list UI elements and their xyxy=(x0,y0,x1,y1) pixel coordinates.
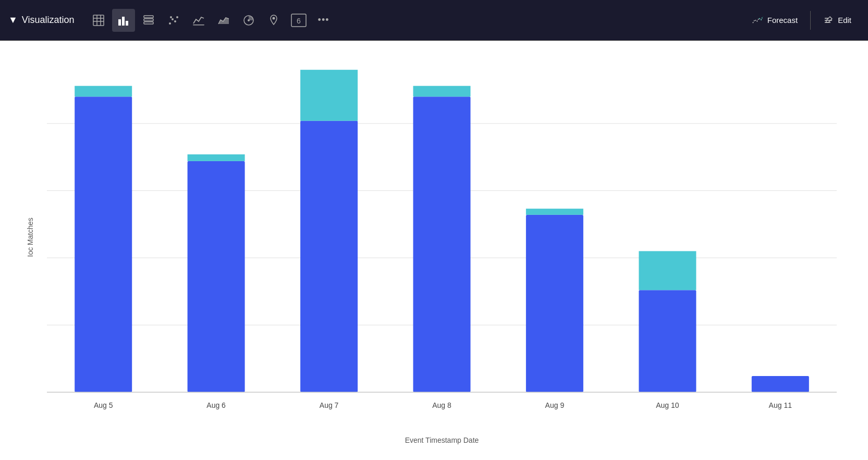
chart-container: Ioc Matches Event Timestamp Date 02,5005… xyxy=(47,56,837,418)
svg-rect-7 xyxy=(126,21,128,26)
pie-icon xyxy=(242,14,255,27)
bar-chart-view-button[interactable] xyxy=(112,9,135,32)
svg-text:Aug 10: Aug 10 xyxy=(656,401,679,409)
svg-rect-35 xyxy=(75,96,132,392)
edit-button[interactable]: Edit xyxy=(815,11,860,30)
toolbar-divider-2 xyxy=(810,11,811,30)
pie-view-button[interactable] xyxy=(237,9,260,32)
chart-area: Ioc Matches Event Timestamp Date 02,5005… xyxy=(0,41,868,460)
svg-rect-51 xyxy=(639,251,696,290)
scatter-view-button[interactable] xyxy=(162,9,185,32)
svg-point-11 xyxy=(169,22,171,25)
table-icon xyxy=(92,14,105,27)
forecast-icon xyxy=(752,15,763,26)
visualization-title-btn[interactable]: ▼ Visualization xyxy=(8,15,85,26)
ellipsis-icon: ••• xyxy=(318,15,329,26)
y-axis-label: Ioc Matches xyxy=(26,217,34,257)
edit-icon xyxy=(823,15,834,26)
svg-text:Aug 11: Aug 11 xyxy=(769,401,792,409)
bar-chart-icon xyxy=(117,14,130,27)
svg-rect-16 xyxy=(193,25,204,26)
svg-rect-6 xyxy=(122,17,125,26)
svg-text:Aug 6: Aug 6 xyxy=(206,401,226,409)
more-options-button[interactable]: ••• xyxy=(312,9,335,32)
forecast-button[interactable]: Forecast xyxy=(743,10,806,30)
svg-rect-36 xyxy=(75,86,132,97)
line-icon xyxy=(192,14,205,27)
svg-rect-53 xyxy=(752,376,809,392)
svg-text:Aug 8: Aug 8 xyxy=(432,401,451,409)
svg-text:6: 6 xyxy=(297,17,301,25)
area-icon xyxy=(217,14,230,27)
area-view-button[interactable] xyxy=(212,9,235,32)
svg-rect-50 xyxy=(639,290,696,392)
svg-point-14 xyxy=(176,16,178,18)
toolbar-title-label: Visualization xyxy=(22,15,75,26)
svg-rect-0 xyxy=(93,15,104,26)
svg-rect-48 xyxy=(526,209,583,215)
number-icon: 6 xyxy=(290,13,307,28)
svg-text:Aug 7: Aug 7 xyxy=(320,401,339,409)
svg-text:Aug 5: Aug 5 xyxy=(94,401,113,409)
table-view-button[interactable] xyxy=(87,9,110,32)
svg-rect-41 xyxy=(300,121,358,392)
forecast-label: Forecast xyxy=(767,16,798,25)
stacked-icon xyxy=(142,14,155,27)
svg-point-15 xyxy=(170,16,172,18)
x-axis-label: Event Timestamp Date xyxy=(405,436,479,444)
svg-rect-45 xyxy=(413,86,471,97)
svg-text:Aug 9: Aug 9 xyxy=(545,401,565,409)
dropdown-arrow-icon: ▼ xyxy=(8,15,18,26)
single-value-view-button[interactable]: 6 xyxy=(287,9,310,32)
svg-rect-8 xyxy=(144,22,153,24)
svg-rect-38 xyxy=(188,161,245,392)
svg-rect-42 xyxy=(300,70,358,121)
svg-rect-9 xyxy=(144,19,153,21)
chart-svg: 02,5005,0007,50010,000Aug 5Aug 6Aug 7Aug… xyxy=(47,56,837,418)
scatter-icon xyxy=(167,14,180,27)
svg-point-13 xyxy=(174,20,176,22)
edit-label: Edit xyxy=(838,16,851,25)
svg-point-12 xyxy=(172,18,174,20)
map-view-button[interactable] xyxy=(262,9,285,32)
line-view-button[interactable] xyxy=(187,9,210,32)
svg-rect-44 xyxy=(413,96,471,392)
svg-point-18 xyxy=(248,19,250,21)
toolbar: ▼ Visualization xyxy=(0,0,868,41)
svg-rect-5 xyxy=(118,19,121,26)
svg-point-19 xyxy=(272,17,275,19)
stacked-view-button[interactable] xyxy=(137,9,160,32)
svg-rect-47 xyxy=(526,215,583,392)
svg-rect-39 xyxy=(188,154,245,161)
svg-rect-10 xyxy=(144,16,153,18)
map-icon xyxy=(267,14,280,27)
